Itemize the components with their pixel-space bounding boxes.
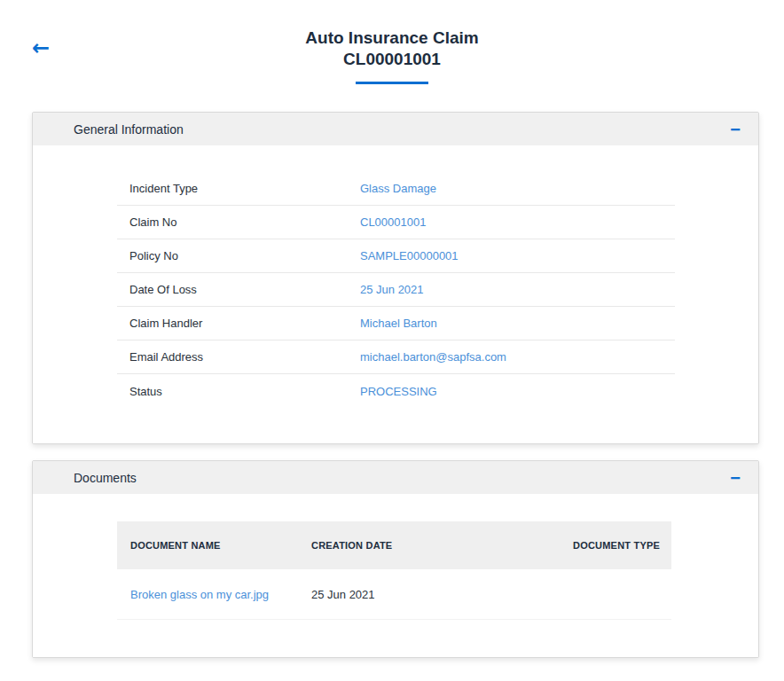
column-header-creation-date: CREATION DATE <box>311 540 527 551</box>
form-row-email-address: Email Address michael.barton@sapfsa.com <box>117 340 675 374</box>
page-title: Auto Insurance Claim CL00001001 <box>0 0 784 84</box>
form-row-claim-no: Claim No CL00001001 <box>117 206 675 239</box>
column-header-document-name: DOCUMENT NAME <box>130 540 311 551</box>
field-value-policy-no: SAMPLE00000001 <box>360 249 662 262</box>
field-value-claim-no: CL00001001 <box>360 215 662 229</box>
back-button[interactable]: ← <box>28 35 53 60</box>
document-creation-date: 25 Jun 2021 <box>311 588 527 601</box>
back-arrow-icon: ← <box>32 35 50 60</box>
form-row-incident-type: Incident Type Glass Damage <box>117 172 675 206</box>
field-label-policy-no: Policy No <box>129 249 360 262</box>
field-value-email-address: michael.barton@sapfsa.com <box>360 350 662 364</box>
minus-icon: − <box>730 120 741 139</box>
documents-table: DOCUMENT NAME CREATION DATE DOCUMENT TYP… <box>33 494 758 657</box>
documents-collapse-button[interactable]: − <box>728 469 742 487</box>
form-row-date-of-loss: Date Of Loss 25 Jun 2021 <box>117 273 675 307</box>
field-value-status: PROCESSING <box>360 385 662 398</box>
minus-icon: − <box>730 468 741 488</box>
documents-panel: Documents − DOCUMENT NAME CREATION DATE … <box>32 460 759 658</box>
page-title-line1: Auto Insurance Claim <box>0 27 784 49</box>
form-row-claim-handler: Claim Handler Michael Barton <box>117 307 675 340</box>
field-label-incident-type: Incident Type <box>129 182 360 195</box>
documents-table-header: DOCUMENT NAME CREATION DATE DOCUMENT TYP… <box>117 521 671 569</box>
field-value-date-of-loss: 25 Jun 2021 <box>360 283 662 296</box>
form-row-status: Status PROCESSING <box>117 374 675 408</box>
title-underline <box>356 82 428 84</box>
field-label-email-address: Email Address <box>129 350 360 364</box>
documents-panel-header: Documents − <box>33 461 758 494</box>
general-information-panel-title: General Information <box>74 122 184 137</box>
field-label-claim-no: Claim No <box>129 215 360 229</box>
field-label-date-of-loss: Date Of Loss <box>129 283 360 296</box>
table-row: Broken glass on my car.jpg 25 Jun 2021 <box>117 569 671 620</box>
form-row-policy-no: Policy No SAMPLE00000001 <box>117 239 675 273</box>
field-label-status: Status <box>129 385 360 398</box>
field-label-claim-handler: Claim Handler <box>129 317 360 330</box>
general-information-panel: General Information − Incident Type Glas… <box>32 112 759 444</box>
field-value-incident-type: Glass Damage <box>360 182 662 195</box>
page-title-line2: CL00001001 <box>0 49 784 70</box>
general-information-panel-header: General Information − <box>33 113 758 145</box>
column-header-document-type: DOCUMENT TYPE <box>527 540 660 551</box>
document-name-link[interactable]: Broken glass on my car.jpg <box>130 588 311 601</box>
general-information-form: Incident Type Glass Damage Claim No CL00… <box>33 145 758 443</box>
general-information-collapse-button[interactable]: − <box>728 121 742 138</box>
field-value-claim-handler: Michael Barton <box>360 317 662 330</box>
documents-panel-title: Documents <box>74 471 137 485</box>
